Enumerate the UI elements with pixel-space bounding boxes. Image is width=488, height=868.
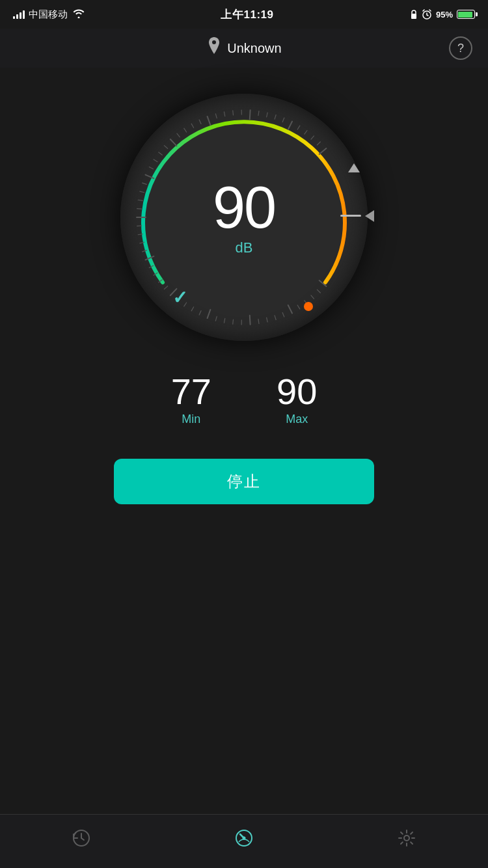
svg-line-51 — [233, 111, 234, 115]
min-checkmark-icon: ✓ — [172, 287, 187, 308]
svg-line-58 — [288, 122, 292, 130]
svg-line-46 — [191, 124, 193, 128]
status-left: 中国移动 — [13, 8, 85, 21]
gauge-wrapper: ✓ 90 dB — [120, 94, 368, 341]
nav-item-settings[interactable] — [396, 828, 417, 848]
svg-line-49 — [215, 114, 217, 118]
svg-line-36 — [140, 191, 144, 193]
svg-line-16 — [224, 318, 224, 323]
status-bar: 中国移动 上午11:19 95% — [0, 0, 488, 29]
wifi-icon — [73, 9, 85, 20]
svg-line-59 — [297, 126, 300, 129]
svg-line-34 — [137, 209, 142, 210]
current-db-value: 90 — [213, 178, 275, 237]
location-pin-icon — [206, 37, 222, 59]
svg-line-28 — [145, 256, 154, 260]
svg-line-5 — [311, 295, 314, 299]
svg-line-10 — [275, 316, 276, 320]
svg-line-53 — [250, 110, 251, 119]
svg-line-8 — [288, 305, 292, 314]
svg-line-18 — [208, 310, 211, 318]
svg-line-9 — [282, 312, 284, 316]
svg-line-39 — [149, 167, 153, 169]
svg-line-50 — [224, 112, 224, 116]
battery-icon — [457, 10, 475, 19]
svg-line-42 — [164, 146, 167, 149]
stop-button-container: 停止 — [0, 446, 488, 517]
svg-line-47 — [199, 120, 201, 124]
svg-line-35 — [138, 200, 142, 200]
svg-line-15 — [233, 319, 234, 324]
svg-line-7 — [297, 305, 300, 309]
svg-line-3 — [319, 280, 327, 286]
gauge-dial: ✓ 90 dB — [120, 94, 368, 341]
peak-triangle-icon — [348, 163, 360, 172]
time-display: 上午11:19 — [221, 7, 273, 22]
location-label: Unknown — [227, 41, 281, 56]
svg-line-27 — [149, 265, 153, 267]
svg-line-41 — [159, 152, 163, 155]
svg-line-30 — [140, 242, 144, 243]
max-value: 90 — [277, 373, 317, 410]
settings-icon — [396, 828, 417, 848]
svg-line-13 — [250, 316, 251, 325]
svg-rect-0 — [411, 14, 416, 19]
svg-line-63 — [319, 148, 327, 154]
peak-indicator — [348, 163, 360, 172]
nav-item-meter[interactable] — [234, 828, 254, 848]
nav-item-history[interactable] — [71, 828, 92, 848]
carrier-label: 中国移动 — [29, 8, 68, 21]
svg-line-57 — [282, 118, 284, 122]
max-stat: 90 Max — [277, 373, 317, 426]
svg-line-54 — [258, 111, 259, 116]
history-icon — [71, 828, 92, 848]
svg-line-48 — [208, 116, 211, 125]
header: Unknown ? — [0, 29, 488, 68]
min-stat: 77 Min — [171, 373, 211, 426]
svg-point-67 — [404, 835, 409, 841]
svg-line-43 — [170, 139, 177, 146]
svg-line-24 — [164, 286, 167, 290]
max-label: Max — [286, 413, 308, 426]
svg-line-31 — [138, 234, 142, 235]
svg-line-17 — [215, 316, 217, 321]
min-label: Min — [182, 413, 200, 426]
svg-line-55 — [267, 113, 268, 117]
svg-line-19 — [199, 311, 201, 315]
battery-percent: 95% — [436, 10, 453, 20]
db-unit-label: dB — [236, 239, 253, 256]
svg-line-45 — [184, 128, 187, 132]
svg-line-26 — [154, 273, 157, 275]
help-button[interactable]: ? — [449, 36, 472, 60]
svg-line-37 — [142, 183, 147, 184]
svg-line-62 — [317, 142, 320, 145]
lock-icon — [410, 9, 418, 20]
svg-line-56 — [275, 115, 276, 119]
help-icon: ? — [457, 42, 464, 55]
stats-section: 77 Min 90 Max — [0, 360, 488, 446]
svg-line-38 — [145, 175, 154, 179]
bottom-nav — [0, 814, 488, 868]
svg-point-2 — [212, 40, 216, 44]
svg-line-12 — [258, 319, 259, 323]
svg-line-40 — [154, 159, 157, 162]
svg-line-20 — [191, 307, 193, 311]
gauge-container: ✓ 90 dB — [0, 68, 488, 360]
svg-line-60 — [305, 131, 307, 135]
svg-line-29 — [142, 251, 147, 252]
svg-line-25 — [159, 280, 163, 282]
stop-button[interactable]: 停止 — [114, 459, 374, 504]
signal-icon — [13, 10, 25, 19]
svg-line-11 — [267, 318, 268, 322]
threshold-arrow-icon — [365, 210, 374, 222]
min-value: 77 — [171, 373, 211, 410]
status-right: 95% — [410, 9, 475, 20]
svg-line-44 — [177, 133, 180, 137]
svg-line-4 — [317, 290, 320, 293]
max-dot-icon — [304, 302, 313, 311]
meter-icon — [234, 828, 254, 848]
location-area: Unknown — [206, 37, 281, 59]
gauge-center-display: 90 dB — [213, 178, 275, 256]
threshold-line — [340, 215, 361, 217]
svg-line-32 — [137, 226, 142, 226]
